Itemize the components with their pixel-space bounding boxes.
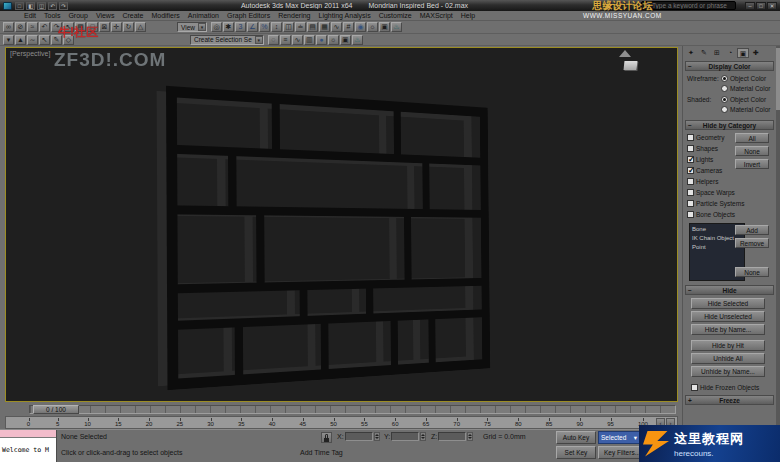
use-pivot-point-center-icon[interactable]: ◎ <box>211 22 222 32</box>
snaps-toggle-icon[interactable]: 3 <box>235 22 246 32</box>
menu-item[interactable]: Modifiers <box>147 11 183 21</box>
save-file-icon[interactable]: ◫ <box>37 2 46 10</box>
menu-item[interactable]: Views <box>92 11 119 21</box>
menu-item[interactable]: Group <box>64 11 91 21</box>
open-file-icon[interactable]: ◧ <box>26 2 35 10</box>
render-setup-icon[interactable]: ☼ <box>367 22 378 32</box>
align-icon[interactable]: ≐ <box>295 22 306 32</box>
add-time-tag[interactable]: Add Time Tag <box>300 449 343 456</box>
selection-lock-toggle[interactable] <box>321 432 332 443</box>
app-menu-logo[interactable] <box>3 2 12 10</box>
panel-scrollbar[interactable] <box>776 46 780 429</box>
redo-small-icon[interactable]: ↷ <box>59 2 68 10</box>
tab-motion[interactable]: ◔ <box>724 48 736 58</box>
polygon-modeling-icon[interactable]: ▲ <box>15 35 26 45</box>
material-editor-small-icon[interactable]: ● <box>316 35 327 45</box>
y-spinner[interactable] <box>420 432 426 441</box>
category-row[interactable]: Bone Objects <box>687 209 776 220</box>
select-and-rotate-icon[interactable]: ↻ <box>123 22 134 32</box>
hide-frozen-row[interactable]: Hide Frozen Objects <box>683 384 776 393</box>
hide-button[interactable]: Hide by Name... <box>691 324 765 335</box>
time-slider-track[interactable] <box>29 405 676 414</box>
hide-button[interactable]: Hide Selected <box>691 298 765 309</box>
time-slider-handle[interactable]: 0 / 100 <box>33 405 79 414</box>
y-coordinate-field[interactable] <box>391 432 419 441</box>
menu-item[interactable]: Edit <box>20 11 40 21</box>
curve-editor-icon[interactable]: ∿ <box>331 22 342 32</box>
scene-explorer-icon[interactable]: ▥ <box>304 35 315 45</box>
z-spinner[interactable] <box>467 432 473 441</box>
named-selection-sets-icon[interactable]: ≡ <box>280 35 291 45</box>
list-button[interactable]: Add <box>735 225 769 235</box>
rollout-freeze[interactable]: + Freeze <box>685 395 774 405</box>
menu-item[interactable]: Help <box>457 11 479 21</box>
select-and-move-icon[interactable]: ✛ <box>111 22 122 32</box>
category-row[interactable]: Particle Systems <box>687 198 776 209</box>
named-selection-set-dropdown[interactable]: Create Selection Se ▾ <box>190 35 264 45</box>
menu-item[interactable]: Create <box>118 11 147 21</box>
x-coordinate-field[interactable] <box>345 432 373 441</box>
close-button[interactable]: ✕ <box>767 2 777 10</box>
rendered-frame-window-icon[interactable]: ▣ <box>379 22 390 32</box>
viewcube[interactable] <box>624 61 638 70</box>
hide-button[interactable]: Hide Unselected <box>691 311 765 322</box>
rollout-display-color[interactable]: − Display Color <box>685 61 774 71</box>
schematic-view-icon[interactable]: # <box>343 22 354 32</box>
category-filter-button[interactable]: Invert <box>735 159 769 169</box>
render-icon[interactable]: ♨ <box>352 35 363 45</box>
selection-tools-icon[interactable]: ↖ <box>39 35 50 45</box>
rollout-hide[interactable]: − Hide <box>685 285 774 295</box>
window-crossing-toggle-icon[interactable]: ⊠ <box>99 22 110 32</box>
select-and-link-icon[interactable]: ∞ <box>3 22 14 32</box>
search-input[interactable] <box>652 2 732 9</box>
tab-utilities[interactable]: ✚ <box>750 48 762 58</box>
category-row[interactable]: Space Warps <box>687 187 776 198</box>
menu-item[interactable]: Lighting Analysis <box>314 11 374 21</box>
bind-to-space-warp-icon[interactable]: ≈ <box>27 22 38 32</box>
undo-icon[interactable]: ↶ <box>39 22 50 32</box>
auto-key-button[interactable]: Auto Key <box>556 431 596 444</box>
menu-item[interactable]: Rendering <box>274 11 314 21</box>
menu-item[interactable]: Animation <box>184 11 223 21</box>
new-scene-icon[interactable]: □ <box>15 2 24 10</box>
layer-manager-icon[interactable]: ▤ <box>307 22 318 32</box>
spinner-snap-icon[interactable]: ↕ <box>271 22 282 32</box>
radio-option[interactable]: Object Color <box>721 95 770 104</box>
mondrian-frame-object[interactable] <box>124 66 564 402</box>
category-row[interactable]: Helpers <box>687 176 776 187</box>
key-selection-dropdown[interactable]: Selected ▾ <box>598 431 640 444</box>
percent-snap-icon[interactable]: % <box>259 22 270 32</box>
menu-item[interactable]: Tools <box>40 11 64 21</box>
list-button[interactable]: None <box>735 267 769 277</box>
graphite-modeling-icon[interactable]: ▦ <box>319 22 330 32</box>
minimize-button[interactable]: – <box>745 2 755 10</box>
x-spinner[interactable] <box>374 432 380 441</box>
tab-create[interactable]: ✦ <box>685 48 697 58</box>
angle-snap-icon[interactable]: ∠ <box>247 22 258 32</box>
viewport-label[interactable]: [Perspective] <box>10 50 50 57</box>
material-editor-icon[interactable]: ◉ <box>355 22 366 32</box>
macro-recorder-line[interactable] <box>0 430 56 438</box>
menu-item[interactable]: Customize <box>375 11 416 21</box>
radio-option[interactable]: Material Color <box>721 105 770 114</box>
set-key-button[interactable]: Set Key <box>556 446 596 459</box>
list-button[interactable]: Remove <box>735 238 769 248</box>
select-and-scale-icon[interactable]: △ <box>135 22 146 32</box>
menu-item[interactable]: Graph Editors <box>223 11 274 21</box>
render-production-icon[interactable]: ♨ <box>391 22 402 32</box>
tab-modify[interactable]: ✎ <box>698 48 710 58</box>
reference-coordinate-dropdown[interactable]: View ▾ <box>177 22 207 32</box>
ribbon-toggle-icon[interactable]: ▾ <box>3 35 14 45</box>
mirror-icon[interactable]: ◫ <box>283 22 294 32</box>
unlink-selection-icon[interactable]: ⊘ <box>15 22 26 32</box>
menu-item[interactable]: MAXScript <box>416 11 457 21</box>
category-filter-button[interactable]: None <box>735 146 769 156</box>
freeform-tools-icon[interactable]: ∼ <box>27 35 38 45</box>
viewport-corner-triangle-icon[interactable] <box>619 50 631 57</box>
hide-button[interactable]: Unhide All <box>691 353 765 364</box>
maxscript-mini-listener[interactable]: Welcome to M <box>0 430 57 462</box>
radio-option[interactable]: Object Color <box>721 74 770 83</box>
render-setup-small-icon[interactable]: ☼ <box>328 35 339 45</box>
tab-display[interactable]: ▣ <box>737 48 749 58</box>
undo-small-icon[interactable]: ↶ <box>48 2 57 10</box>
